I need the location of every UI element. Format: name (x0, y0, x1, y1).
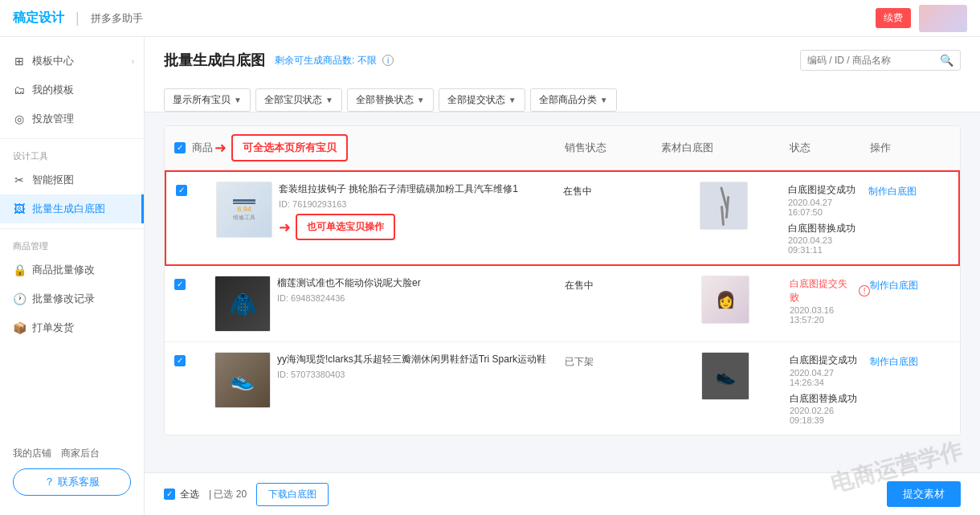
chevron-down-icon: ▼ (234, 96, 242, 104)
row1-state-time2: 2020.04.23 09:31:11 (788, 235, 868, 255)
title-wrap: 批量生成白底图 剩余可生成商品数: 不限 i (164, 51, 394, 70)
arrow-icon: ➜ (214, 139, 227, 157)
row3-checkbox[interactable]: ✓ (174, 355, 186, 366)
row2-checkbox-cell: ✓ (174, 276, 214, 290)
row3-sale-status: 已下架 (565, 352, 661, 369)
merchant-link[interactable]: 商家后台 (61, 447, 100, 460)
row3-state-time1: 2020.04.27 14:26:34 (790, 368, 870, 387)
sidebar-item-label: 投放管理 (32, 112, 74, 126)
column-product-label: 商品 (192, 141, 213, 155)
row1-state-line1: 白底图提交成功 (788, 183, 868, 197)
row1-action-link[interactable]: 制作白底图 (868, 185, 917, 198)
app-header: 稿定设计 | 拼多多助手 续费 (0, 0, 980, 37)
info-icon[interactable]: i (382, 55, 394, 66)
sidebar-item-placement[interactable]: ◎ 投放管理 (0, 104, 144, 133)
row2-material: 👩 (661, 276, 790, 324)
grid-icon: ⊞ (13, 55, 26, 67)
row2-product-image: 🧥 (214, 276, 271, 332)
submit-button[interactable]: 提交素材 (887, 481, 961, 507)
sidebar-item-label: 批量生成白底图 (32, 202, 105, 216)
feedback-button[interactable]: 续费 (876, 8, 911, 28)
row2-product-info: 榴莲测试准也不能动你说呢大脸er ID: 69483824436 (277, 276, 565, 332)
select-all-checkbox[interactable]: ✓ (174, 142, 186, 153)
store-links: 我的店铺 商家后台 (13, 447, 131, 460)
chevron-down-icon: ▼ (508, 96, 517, 104)
search-box[interactable]: 🔍 (800, 50, 961, 71)
column-state: 状态 (790, 141, 870, 155)
row2-state-fail: 白底图提交失败 ! (790, 277, 870, 305)
filter-show-all[interactable]: 显示所有宝贝 ▼ (164, 88, 251, 112)
header-checkbox-cell: ✓ 商品 (174, 141, 214, 155)
row1-state-time1: 2020.04.27 16:07:50 (788, 198, 868, 217)
row1-material (659, 182, 788, 230)
row2-material-image: 👩 (701, 276, 749, 324)
filter-all-category[interactable]: 全部商品分类 ▼ (530, 88, 617, 112)
row3-product-cell: 👟 yy海淘现货!clarks其乐超轻三瓣潮休闲男鞋舒适Tri Spark运动鞋… (214, 352, 565, 408)
annotation2-area: ➜ 也可单选宝贝操作 (279, 214, 563, 240)
target-icon: ◎ (13, 112, 26, 125)
remaining-text: 剩余可生成商品数: 不限 i (275, 54, 394, 67)
row2-sale-status: 在售中 (565, 276, 661, 292)
row3-product-image: 👟 (214, 352, 271, 408)
row3-state-line2: 白底图替换成功 (790, 392, 870, 406)
sidebar-item-my-template[interactable]: 🗂 我的模板 (0, 76, 144, 104)
row3-material-image: 👟 (701, 352, 749, 400)
sidebar-item-template-center[interactable]: ⊞ 模板中心 › (0, 47, 144, 76)
row2-product-cell: 🧥 榴莲测试准也不能动你说呢大脸er ID: 69483824436 (214, 276, 565, 332)
filter-all-status[interactable]: 全部宝贝状态 ▼ (255, 88, 342, 112)
lock-icon: 🔒 (13, 264, 26, 276)
store-link[interactable]: 我的店铺 (13, 447, 51, 460)
table-row: ✓ 6.94 维修工具 (165, 170, 960, 266)
row3-state-line1: 白底图提交成功 (790, 354, 870, 367)
row1-material-image (700, 182, 748, 230)
clock-icon: 🕐 (13, 292, 26, 305)
row2-product-id: ID: 69483824436 (277, 293, 565, 303)
row3-state: 白底图提交成功 2020.04.27 14:26:34 白底图替换成功 2020… (790, 352, 870, 425)
row2-action-link[interactable]: 制作白底图 (870, 279, 918, 292)
chevron-down-icon: ▼ (600, 96, 608, 104)
column-material: 素材白底图 (661, 141, 790, 155)
annotation2-tooltip: 也可单选宝贝操作 (296, 214, 395, 240)
sidebar-item-batch-white[interactable]: 🖼 批量生成白底图 (0, 194, 144, 223)
sidebar-item-batch-record[interactable]: 🕐 批量修改记录 (0, 284, 144, 313)
row1-product-name: 套装组拉拔钩子 挑轮胎石子清理硫磺加粉工具汽车维修1 (279, 182, 563, 196)
sidebar-bottom: 我的店铺 商家后台 ？ 联系客服 (0, 437, 144, 505)
annotation1-area: ➜ 可全选本页所有宝贝 (214, 134, 565, 161)
logo-area: 稿定设计 | 拼多多助手 (13, 10, 143, 27)
row2-state-time1: 2020.03.16 13:57:20 (790, 305, 870, 325)
row1-product-cell: 6.94 维修工具 套装组拉拔钩子 挑轮胎石子清理硫磺加粉工具汽车维修1 ID:… (216, 182, 563, 240)
scissors-icon: ✂ (13, 174, 26, 186)
chevron-right-icon: › (132, 57, 134, 66)
filter-all-replace[interactable]: 全部替换状态 ▼ (347, 88, 434, 112)
row3-product-info: yy海淘现货!clarks其乐超轻三瓣潮休闲男鞋舒适Tri Spark运动鞋 I… (277, 352, 565, 408)
support-button[interactable]: ？ 联系客服 (13, 468, 131, 496)
sidebar-item-label: 商品批量修改 (32, 263, 95, 277)
row1-state: 白底图提交成功 2020.04.27 16:07:50 白底图替换成功 2020… (788, 182, 868, 255)
selected-count: | 已选 20 (209, 488, 247, 501)
row2-checkbox[interactable]: ✓ (174, 279, 186, 290)
header-right: 续费 (876, 5, 967, 32)
sidebar-item-label: 我的模板 (32, 83, 74, 97)
footer-select-all-checkbox[interactable]: ✓ (164, 488, 175, 500)
sidebar-item-batch-modify[interactable]: 🔒 商品批量修改 (0, 255, 144, 284)
content-area: ✓ 商品 ➜ 可全选本页所有宝贝 销售状态 素材白底图 状态 操作 (145, 112, 980, 472)
row1-product-image: 6.94 维修工具 (216, 182, 272, 238)
annotation1-tooltip: 可全选本页所有宝贝 (231, 134, 348, 161)
footer-select-all: ✓ 全选 (164, 488, 199, 501)
row1-state-line2: 白底图替换成功 (788, 222, 868, 235)
row1-checkbox[interactable]: ✓ (176, 185, 187, 196)
row3-action-link[interactable]: 制作白底图 (870, 355, 918, 369)
filter-all-submit[interactable]: 全部提交状态 ▼ (439, 88, 525, 112)
fail-icon: ! (859, 285, 870, 296)
row1-product-info: 套装组拉拔钩子 挑轮胎石子清理硫磺加粉工具汽车维修1 ID: 761902931… (279, 182, 563, 240)
row1-product-id: ID: 76190293163 (279, 199, 563, 209)
sidebar-divider-2 (0, 228, 144, 229)
sidebar-item-ship-goods[interactable]: 📦 打单发货 (0, 313, 144, 342)
product-table: ✓ 商品 ➜ 可全选本页所有宝贝 销售状态 素材白底图 状态 操作 (164, 125, 961, 435)
main-header: 批量生成白底图 剩余可生成商品数: 不限 i 🔍 显示所有宝贝 ▼ (145, 37, 980, 112)
search-input[interactable] (807, 55, 940, 66)
sidebar-item-label: 智能抠图 (32, 173, 74, 187)
download-button[interactable]: 下载白底图 (256, 483, 329, 506)
search-icon[interactable]: 🔍 (940, 54, 953, 67)
sidebar-item-smart-matting[interactable]: ✂ 智能抠图 (0, 166, 144, 194)
